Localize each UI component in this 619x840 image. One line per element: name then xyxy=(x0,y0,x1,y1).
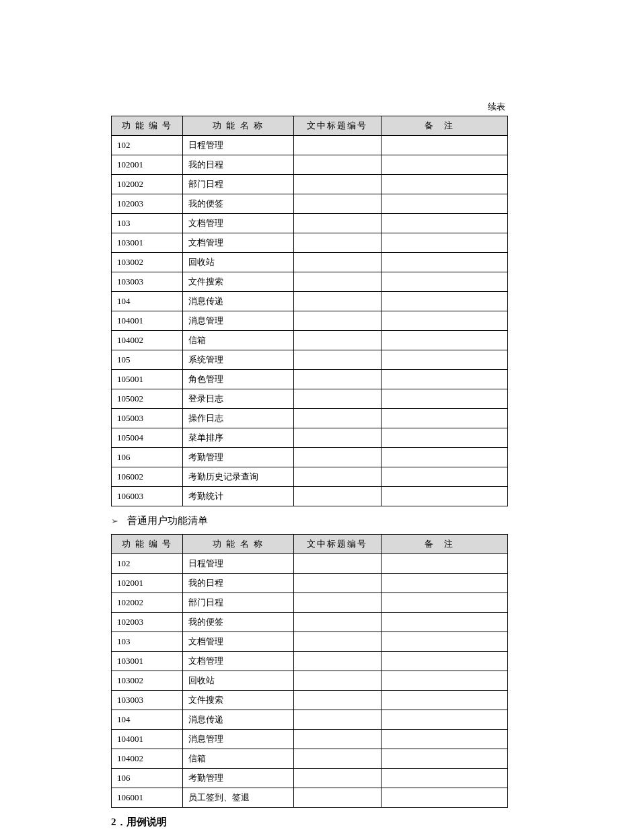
cell-remarks xyxy=(381,487,508,506)
cell-remarks xyxy=(381,613,508,632)
cell-title xyxy=(293,292,381,311)
cell-remarks xyxy=(381,448,508,467)
table-row: 103文档管理 xyxy=(112,214,508,233)
table-row: 105系统管理 xyxy=(112,350,508,370)
cell-remarks xyxy=(381,554,508,574)
table-header-row: 功 能 编 号 功 能 名 称 文中标题编号 备注 xyxy=(112,116,508,136)
cell-title xyxy=(293,253,381,272)
cell-title xyxy=(293,331,381,350)
table-row: 102002部门日程 xyxy=(112,175,508,194)
table-row: 104002信箱 xyxy=(112,749,508,769)
function-table-admin: 功 能 编 号 功 能 名 称 文中标题编号 备注 102日程管理102001我… xyxy=(111,116,508,506)
cell-title xyxy=(293,448,381,467)
cell-name: 文件搜索 xyxy=(183,691,294,710)
subheading-label: 普通用户功能清单 xyxy=(127,515,208,526)
cell-name: 考勤统计 xyxy=(183,487,294,506)
cell-id: 106 xyxy=(112,448,183,467)
cell-remarks xyxy=(381,788,508,808)
cell-remarks xyxy=(381,593,508,613)
cell-id: 102001 xyxy=(112,155,183,175)
cell-remarks xyxy=(381,710,508,730)
cell-remarks xyxy=(381,331,508,350)
subheading-user-functions: ➢ 普通用户功能清单 xyxy=(111,514,508,527)
cell-name: 文档管理 xyxy=(183,233,294,253)
cell-title xyxy=(293,769,381,788)
cell-remarks xyxy=(381,574,508,593)
cell-title xyxy=(293,194,381,214)
cell-name: 文档管理 xyxy=(183,214,294,233)
cell-id: 103 xyxy=(112,214,183,233)
table-row: 104002信箱 xyxy=(112,331,508,350)
cell-title xyxy=(293,554,381,574)
table-row: 106003考勤统计 xyxy=(112,487,508,506)
cell-remarks xyxy=(381,253,508,272)
cell-remarks xyxy=(381,370,508,389)
cell-name: 菜单排序 xyxy=(183,428,294,448)
cell-id: 103003 xyxy=(112,691,183,710)
cell-remarks xyxy=(381,233,508,253)
table-row: 103文档管理 xyxy=(112,632,508,652)
cell-remarks xyxy=(381,194,508,214)
cell-name: 消息管理 xyxy=(183,730,294,749)
cell-title xyxy=(293,370,381,389)
cell-remarks xyxy=(381,467,508,487)
cell-name: 我的日程 xyxy=(183,155,294,175)
cell-title xyxy=(293,632,381,652)
table-row: 106考勤管理 xyxy=(112,769,508,788)
cell-name: 日程管理 xyxy=(183,136,294,155)
cell-name: 操作日志 xyxy=(183,409,294,428)
cell-name: 角色管理 xyxy=(183,370,294,389)
table-row: 104消息传递 xyxy=(112,292,508,311)
table-row: 102001我的日程 xyxy=(112,155,508,175)
cell-id: 102002 xyxy=(112,593,183,613)
cell-name: 考勤管理 xyxy=(183,448,294,467)
cell-remarks xyxy=(381,769,508,788)
table-row: 102日程管理 xyxy=(112,136,508,155)
cell-title xyxy=(293,691,381,710)
cell-title xyxy=(293,350,381,370)
cell-title xyxy=(293,175,381,194)
cell-id: 102 xyxy=(112,554,183,574)
table-row: 103001文档管理 xyxy=(112,233,508,253)
cell-name: 回收站 xyxy=(183,671,294,691)
table-row: 102003我的便签 xyxy=(112,194,508,214)
cell-title xyxy=(293,730,381,749)
cell-id: 104 xyxy=(112,710,183,730)
cell-title xyxy=(293,574,381,593)
cell-remarks xyxy=(381,136,508,155)
table-row: 102003我的便签 xyxy=(112,613,508,632)
cell-id: 106003 xyxy=(112,487,183,506)
cell-id: 103003 xyxy=(112,272,183,292)
table-row: 105003操作日志 xyxy=(112,409,508,428)
header-remarks: 备注 xyxy=(381,535,508,554)
cell-name: 日程管理 xyxy=(183,554,294,574)
cell-title xyxy=(293,788,381,808)
table-header-row: 功 能 编 号 功 能 名 称 文中标题编号 备注 xyxy=(112,535,508,554)
cell-title xyxy=(293,613,381,632)
cell-title xyxy=(293,311,381,331)
table-row: 104001消息管理 xyxy=(112,730,508,749)
cell-id: 104002 xyxy=(112,749,183,769)
cell-title xyxy=(293,214,381,233)
cell-remarks xyxy=(381,749,508,769)
cell-id: 105002 xyxy=(112,389,183,409)
cell-id: 104001 xyxy=(112,311,183,331)
section-heading-usecases: 2．用例说明 xyxy=(111,816,508,829)
header-title: 文中标题编号 xyxy=(293,116,381,136)
table-row: 106考勤管理 xyxy=(112,448,508,467)
cell-name: 部门日程 xyxy=(183,593,294,613)
cell-id: 106002 xyxy=(112,467,183,487)
cell-remarks xyxy=(381,671,508,691)
cell-id: 103002 xyxy=(112,671,183,691)
cell-id: 103001 xyxy=(112,652,183,671)
cell-title xyxy=(293,389,381,409)
header-title: 文中标题编号 xyxy=(293,535,381,554)
cell-name: 我的便签 xyxy=(183,194,294,214)
table-row: 102日程管理 xyxy=(112,554,508,574)
cell-id: 104002 xyxy=(112,331,183,350)
cell-id: 103002 xyxy=(112,253,183,272)
table-row: 104001消息管理 xyxy=(112,311,508,331)
cell-name: 回收站 xyxy=(183,253,294,272)
cell-name: 员工签到、签退 xyxy=(183,788,294,808)
cell-title xyxy=(293,593,381,613)
